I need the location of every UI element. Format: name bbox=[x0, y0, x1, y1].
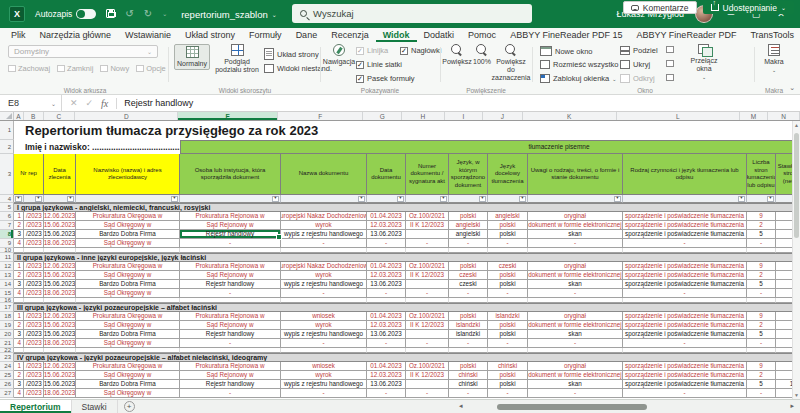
ribbon-tab-transtools[interactable]: TransTools bbox=[743, 28, 800, 42]
row-header-5[interactable]: 5 bbox=[0, 203, 14, 212]
column-title-język-w-którym-sp[interactable]: Język, w którym sporządzono dokument bbox=[449, 154, 488, 195]
row-header-27[interactable]: 27 bbox=[0, 389, 14, 398]
qat-customize-icon[interactable]: ⌄ bbox=[162, 11, 167, 17]
cell-D7[interactable]: Sąd Okręgowy w bbox=[76, 221, 180, 230]
cell-D24[interactable]: Prokuratura Okręgowa w bbox=[76, 362, 180, 371]
cell-K6[interactable]: oryginał bbox=[528, 212, 623, 221]
comments-button[interactable]: Komentarze bbox=[623, 1, 697, 14]
normal-view-button[interactable]: Normalny bbox=[174, 44, 210, 70]
zoom-button[interactable]: Powiększ bbox=[444, 44, 470, 66]
cell-H21[interactable]: - bbox=[406, 339, 449, 348]
cell-M24[interactable]: 9 bbox=[747, 362, 776, 371]
cell-G27[interactable]: - bbox=[367, 389, 406, 398]
cell-F21[interactable]: - bbox=[281, 339, 367, 348]
cell-F15[interactable]: - bbox=[281, 289, 367, 298]
cell-F8[interactable]: wypis z rejestru handlowego bbox=[281, 230, 367, 239]
cell-J14[interactable]: polski bbox=[488, 280, 528, 289]
cell-G15[interactable]: - bbox=[367, 289, 406, 298]
cell-G14[interactable]: 13.06.2023 bbox=[367, 280, 406, 289]
cell-F6[interactable]: Europejski Nakaz Dochodzeniowy bbox=[281, 212, 367, 221]
cell-H25[interactable]: II K 12/2023 bbox=[406, 371, 449, 380]
cell-A24[interactable]: 1 bbox=[14, 362, 24, 371]
cell-B24[interactable]: /2023 bbox=[24, 362, 44, 371]
cell-L15[interactable]: - bbox=[623, 289, 747, 298]
cell-M15[interactable]: - bbox=[747, 289, 776, 298]
cell-M25[interactable]: 2 bbox=[747, 371, 776, 380]
filter-cell-F[interactable]: ▾ bbox=[281, 195, 367, 203]
cell-J24[interactable]: chiński bbox=[488, 362, 528, 371]
confirm-entry-icon[interactable]: ✓ bbox=[86, 98, 94, 108]
cell-A14[interactable]: 3 bbox=[14, 280, 24, 289]
cell-M20[interactable]: 5 bbox=[747, 330, 776, 339]
cell-E26[interactable]: Rejestr handlowy bbox=[180, 380, 281, 389]
cell-L8[interactable]: sporządzenie i poświadczenie tłumaczenia bbox=[623, 230, 747, 239]
cell-E13[interactable]: Sąd Rejonowy w bbox=[180, 271, 281, 280]
cell-H6[interactable]: Oz.100/2021 bbox=[406, 212, 449, 221]
unhide-button[interactable]: Odkryj bbox=[620, 74, 655, 83]
headings-checkbox[interactable]: Nagłówki bbox=[400, 46, 441, 55]
cell-G7[interactable]: 12.03.2023 bbox=[367, 221, 406, 230]
sheet-view-options-button[interactable]: Opcje bbox=[136, 64, 166, 73]
filter-cell-D[interactable]: ▾ bbox=[76, 195, 180, 203]
filter-cell-A[interactable]: ▾ bbox=[14, 195, 24, 203]
macros-button[interactable]: Makra ⌄ bbox=[759, 44, 789, 74]
freeze-panes-button[interactable]: Zablokuj okienka⌄ bbox=[540, 74, 617, 83]
row-header-7[interactable]: 7 bbox=[0, 221, 14, 230]
filter-cell-E[interactable]: ▾ bbox=[180, 195, 281, 203]
cell-F25[interactable]: wyrok bbox=[281, 371, 367, 380]
cell-K9[interactable]: - bbox=[528, 239, 623, 248]
cell-L7[interactable]: sporządzenie i poświadczenie tłumaczenia bbox=[623, 221, 747, 230]
cell-C20[interactable]: 15.06.2023 bbox=[44, 330, 76, 339]
filter-dropdown-icon[interactable]: ▾ bbox=[767, 196, 774, 202]
cell-A9[interactable]: 4 bbox=[14, 239, 24, 248]
cell-H19[interactable]: II K 12/2023 bbox=[406, 321, 449, 330]
cell-J6[interactable]: angielski bbox=[488, 212, 528, 221]
ribbon-tab-abbyy-finereader-pdf-15[interactable]: ABBYY FineReader PDF 15 bbox=[503, 28, 629, 42]
cell-J25[interactable]: polski bbox=[488, 371, 528, 380]
cell-I12[interactable]: polski bbox=[449, 262, 488, 271]
filter-dropdown-icon[interactable]: ▾ bbox=[397, 196, 404, 202]
cell-G18[interactable]: 01.04.2023 bbox=[367, 312, 406, 321]
column-title-liczba-stron-tłuma[interactable]: Liczba stron tłumaczenia lub odpisu bbox=[747, 154, 776, 195]
cell-D14[interactable]: Bardzo Dobra Firma bbox=[76, 280, 180, 289]
excel-app-icon[interactable]: X bbox=[9, 6, 25, 22]
cell-A12[interactable]: 1 bbox=[14, 262, 24, 271]
undo-icon[interactable]: ↺ bbox=[125, 9, 133, 19]
filter-cell-L[interactable]: ▾ bbox=[623, 195, 747, 203]
cell-L12[interactable]: sporządzenie i poświadczenie tłumaczenia bbox=[623, 262, 747, 271]
cell-C27[interactable]: 18.06.2023 bbox=[44, 389, 76, 398]
horizontal-scroll-thumb[interactable] bbox=[497, 404, 647, 410]
cell-J21[interactable]: - bbox=[488, 339, 528, 348]
cell-H7[interactable]: II K 12/2023 bbox=[406, 221, 449, 230]
cell-I14[interactable]: czeski bbox=[449, 280, 488, 289]
cell-G24[interactable]: 01.04.2023 bbox=[367, 362, 406, 371]
cell-H15[interactable]: - bbox=[406, 289, 449, 298]
cell-H27[interactable]: - bbox=[406, 389, 449, 398]
filter-dropdown-icon[interactable]: ▾ bbox=[519, 196, 526, 202]
filter-dropdown-icon[interactable]: ▾ bbox=[440, 196, 447, 202]
row-header-1[interactable]: 1 bbox=[0, 121, 14, 140]
cell-A20[interactable]: 3 bbox=[14, 330, 24, 339]
cell-L6[interactable]: sporządzenie i poświadczenie tłumaczenia bbox=[623, 212, 747, 221]
ribbon-tab-układ-strony[interactable]: Układ strony bbox=[178, 28, 242, 42]
cell-E24[interactable]: Prokuratura Rejonowa w bbox=[180, 362, 281, 371]
cell-D13[interactable]: Sąd Okręgowy w bbox=[76, 271, 180, 280]
cell-G9[interactable]: - bbox=[367, 239, 406, 248]
new-window-button[interactable]: Nowe okno bbox=[540, 46, 593, 56]
column-header-B[interactable]: B bbox=[24, 112, 44, 120]
cell-B25[interactable]: /2023 bbox=[24, 371, 44, 380]
column-title-numer-dokumentu-[interactable]: Numer dokumentu / sygnatura akt bbox=[406, 154, 449, 195]
view-side-by-side-button[interactable] bbox=[666, 46, 674, 53]
cell-D21[interactable]: Sąd Okręgowy w bbox=[76, 339, 180, 348]
ribbon-tab-pomoc[interactable]: Pomoc bbox=[461, 28, 503, 42]
cell-H12[interactable]: Oz.100/2021 bbox=[406, 262, 449, 271]
cell-J20[interactable]: polski bbox=[488, 330, 528, 339]
cell-G20[interactable]: 13.06.2023 bbox=[367, 330, 406, 339]
column-title-osoba-lub-instytuc[interactable]: Osoba lub instytucja, która sporządziła … bbox=[180, 154, 281, 195]
row-header-13[interactable]: 13 bbox=[0, 271, 14, 280]
row-header-23[interactable]: 23 bbox=[0, 353, 14, 362]
synchronous-scrolling-button[interactable] bbox=[666, 60, 674, 67]
cell-K18[interactable]: oryginał bbox=[528, 312, 623, 321]
cell-I25[interactable]: chiński bbox=[449, 371, 488, 380]
row-header-6[interactable]: 6 bbox=[0, 212, 14, 221]
